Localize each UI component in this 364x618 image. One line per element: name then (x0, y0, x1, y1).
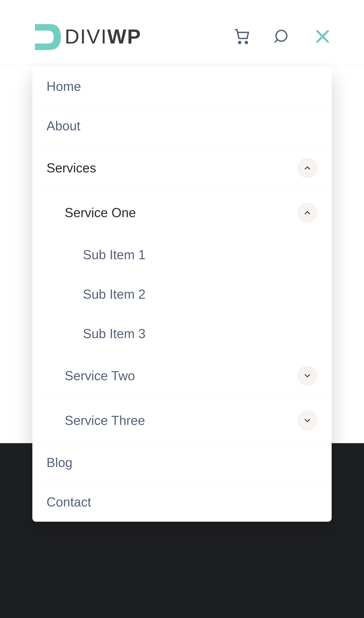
svg-point-1 (245, 41, 247, 43)
menu-item-about[interactable]: About (32, 106, 332, 146)
search-icon[interactable] (273, 27, 291, 46)
site-logo[interactable]: DIVIWP (32, 20, 142, 53)
menu-item-service-one[interactable]: Service One (32, 190, 332, 235)
menu-item-sub-3[interactable]: Sub Item 3 (32, 314, 332, 353)
menu-label: Blog (47, 455, 317, 470)
header-icon-group (233, 27, 332, 46)
menu-label: Service Three (65, 413, 297, 428)
logo-mark-icon (32, 20, 65, 53)
chevron-down-icon (303, 368, 312, 383)
menu-label: Service Two (65, 368, 297, 383)
menu-label: Sub Item 2 (83, 287, 317, 302)
chevron-up-icon (303, 161, 312, 175)
svg-point-0 (239, 41, 241, 43)
logo-text: DIVIWP (65, 25, 142, 48)
menu-label: Service One (65, 205, 297, 220)
collapse-toggle[interactable] (297, 202, 317, 223)
menu-item-service-three[interactable]: Service Three (32, 398, 332, 443)
menu-label: Home (47, 79, 317, 94)
menu-label: Contact (47, 495, 317, 510)
collapse-toggle[interactable] (297, 158, 317, 178)
menu-label: About (47, 118, 317, 133)
menu-item-blog[interactable]: Blog (32, 443, 332, 483)
menu-item-service-two[interactable]: Service Two (32, 353, 332, 398)
chevron-down-icon (303, 413, 312, 428)
svg-line-3 (275, 40, 277, 42)
menu-item-home[interactable]: Home (32, 67, 332, 106)
menu-item-sub-1[interactable]: Sub Item 1 (32, 235, 332, 275)
site-header: DIVIWP (0, 0, 364, 65)
service-one-submenu: Sub Item 1 Sub Item 2 Sub Item 3 (32, 235, 332, 353)
expand-toggle[interactable] (297, 366, 317, 386)
svg-point-2 (276, 30, 287, 41)
close-icon[interactable] (313, 27, 332, 46)
expand-toggle[interactable] (297, 410, 317, 431)
menu-label: Sub Item 1 (83, 247, 317, 262)
cart-icon[interactable] (233, 27, 251, 46)
chevron-up-icon (303, 205, 312, 220)
services-submenu: Service One Sub Item 1 Sub Item 2 Sub It… (32, 190, 332, 443)
menu-label: Sub Item 3 (83, 326, 317, 341)
menu-label: Services (47, 161, 297, 175)
menu-item-contact[interactable]: Contact (32, 483, 332, 522)
mobile-menu-panel: Home About Services Service One Sub Item… (32, 67, 332, 522)
menu-item-services[interactable]: Services (32, 146, 332, 190)
menu-item-sub-2[interactable]: Sub Item 2 (32, 275, 332, 314)
